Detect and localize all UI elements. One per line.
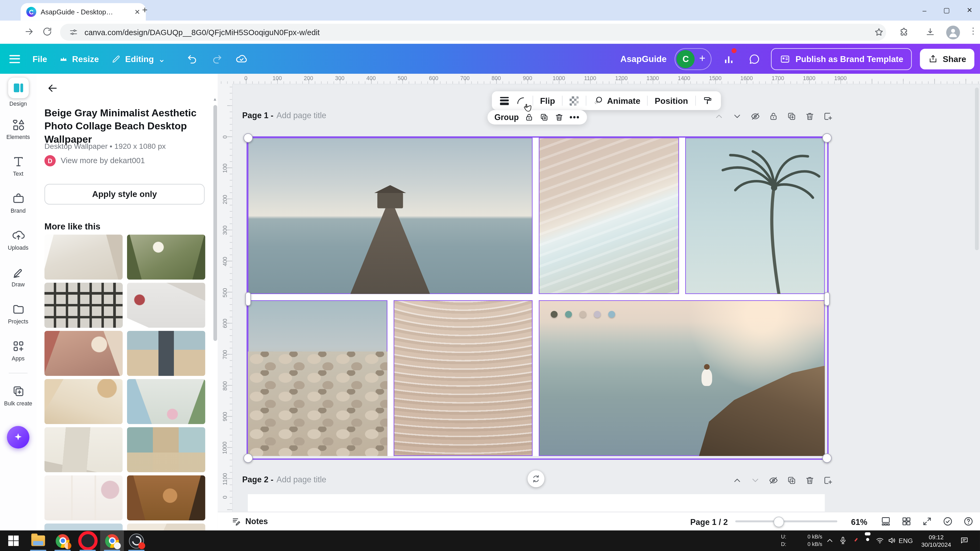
pebbles-photo[interactable] — [248, 300, 387, 456]
add-page-icon[interactable] — [823, 475, 833, 486]
taskbar-file-explorer[interactable] — [28, 530, 48, 551]
page1-canvas[interactable] — [248, 138, 825, 456]
move-page-down-icon[interactable] — [732, 111, 742, 121]
sea-foam-photo[interactable] — [539, 138, 679, 294]
template-thumbnail[interactable] — [45, 331, 123, 376]
taskbar-chrome-active[interactable] — [100, 530, 124, 551]
zoom-level[interactable]: 61% — [851, 517, 867, 527]
panel-scrollbar[interactable] — [213, 105, 217, 341]
sidebar-item-elements[interactable]: Elements — [0, 111, 36, 148]
apply-style-only-button[interactable]: Apply style only — [45, 184, 205, 205]
view-more-link[interactable]: View more by dekart001 — [61, 156, 145, 165]
palette-dot[interactable] — [608, 311, 615, 318]
start-button[interactable] — [8, 535, 19, 546]
main-menu-icon[interactable] — [9, 52, 20, 65]
tray-microphone[interactable] — [838, 536, 847, 545]
notes-button[interactable]: Notes — [231, 517, 268, 526]
fullscreen-button[interactable] — [922, 516, 932, 527]
network-speed-widget[interactable]: U:0 kB/s D:0 kB/s — [781, 534, 822, 548]
template-thumbnail[interactable] — [127, 475, 205, 520]
undo-button[interactable] — [187, 53, 199, 65]
grid-view-button[interactable] — [901, 516, 912, 527]
back-arrow-icon[interactable] — [46, 82, 59, 94]
page2-canvas[interactable] — [248, 494, 825, 511]
move-page-up-icon[interactable] — [714, 111, 724, 121]
palette-dot[interactable] — [565, 311, 572, 318]
move-page-up-icon[interactable] — [732, 475, 742, 486]
add-member-button[interactable]: + — [699, 52, 705, 65]
window-minimize-button[interactable]: – — [923, 7, 926, 14]
duplicate-icon[interactable] — [539, 113, 549, 122]
transparency-button[interactable] — [570, 96, 579, 105]
rotate-handle[interactable] — [528, 470, 544, 487]
editing-mode-dropdown[interactable]: Editing ⌄ — [111, 54, 165, 64]
window-close-button[interactable]: ✕ — [967, 6, 972, 14]
sidebar-item-apps[interactable]: Apps — [0, 332, 36, 369]
resize-handle-right[interactable] — [824, 292, 830, 306]
canva-assistant-button[interactable] — [7, 426, 30, 449]
window-maximize-button[interactable]: ▢ — [943, 6, 950, 14]
extensions-icon[interactable] — [899, 27, 909, 38]
sand-ripples-photo[interactable] — [394, 300, 533, 456]
canvas-scrollbar[interactable] — [975, 87, 978, 250]
template-thumbnail[interactable] — [45, 235, 123, 279]
file-menu[interactable]: File — [32, 54, 47, 64]
redo-button[interactable] — [211, 53, 223, 65]
sidebar-item-bulk-create[interactable]: Bulk create — [0, 377, 36, 414]
downloads-icon[interactable] — [925, 27, 935, 38]
browser-menu-icon[interactable]: ⋮ — [969, 25, 978, 36]
hide-page-icon[interactable] — [751, 111, 760, 121]
sidebar-item-brand[interactable]: Brand — [0, 184, 36, 221]
sidebar-item-text[interactable]: Text — [0, 148, 36, 185]
tray-volume[interactable] — [887, 536, 896, 545]
scroll-up-icon[interactable]: ▲ — [213, 97, 217, 101]
help-button[interactable] — [963, 516, 974, 527]
group-button[interactable]: Group — [494, 113, 519, 122]
template-thumbnail[interactable] — [45, 427, 123, 472]
reload-icon[interactable] — [42, 26, 52, 37]
page2-title-input[interactable]: Add page title — [277, 475, 326, 484]
taskbar-opera[interactable] — [78, 530, 97, 551]
add-page-icon[interactable] — [823, 111, 833, 121]
zoom-slider-track[interactable] — [735, 520, 837, 522]
palette-dot[interactable] — [594, 311, 601, 318]
tray-clock[interactable]: 09:12 30/10/2024 — [919, 534, 954, 548]
duplicate-page-icon[interactable] — [787, 111, 797, 121]
palm-tree-photo[interactable] — [685, 138, 825, 294]
more-options-button[interactable]: ••• — [570, 113, 580, 122]
taskbar-chrome-profile1[interactable] — [52, 530, 72, 551]
template-thumbnail[interactable] — [127, 379, 205, 424]
taskbar-obs[interactable] — [126, 530, 146, 551]
delete-page-icon[interactable] — [805, 475, 815, 486]
template-thumbnail[interactable] — [127, 331, 205, 376]
pages-view-button[interactable] — [880, 516, 891, 527]
template-thumbnail[interactable] — [127, 235, 205, 279]
copy-style-button[interactable] — [703, 96, 713, 106]
woman-on-cliff-photo[interactable] — [539, 300, 825, 456]
author-avatar[interactable]: D — [45, 155, 56, 167]
border-style-button[interactable] — [500, 95, 509, 106]
tray-wifi[interactable] — [876, 536, 885, 545]
flip-button[interactable]: Flip — [540, 96, 555, 105]
action-center-button[interactable] — [960, 536, 969, 545]
duplicate-page-icon[interactable] — [787, 475, 797, 486]
tray-language[interactable]: ENG — [899, 537, 913, 544]
hide-page-icon[interactable] — [768, 475, 779, 486]
palette-dot[interactable] — [579, 311, 586, 318]
template-thumbnail[interactable] — [127, 524, 205, 530]
template-thumbnail[interactable] — [45, 475, 123, 520]
zoom-slider-thumb[interactable] — [773, 517, 784, 527]
sidebar-item-draw[interactable]: Draw — [0, 259, 36, 295]
template-thumbnail[interactable] — [45, 524, 123, 530]
tray-expand-button[interactable] — [826, 536, 834, 545]
user-avatar[interactable]: C — [677, 50, 695, 68]
insights-button[interactable] — [720, 50, 737, 68]
site-settings-icon[interactable] — [69, 27, 78, 37]
template-thumbnail[interactable] — [127, 283, 205, 328]
delete-icon[interactable] — [554, 113, 564, 122]
browser-profile-avatar[interactable] — [946, 25, 960, 40]
bookmark-star-icon[interactable] — [873, 27, 884, 38]
template-thumbnail[interactable] — [45, 283, 123, 328]
browser-tab[interactable]: C AsapGuide - Desktop Wallpaper ✕ — [21, 3, 146, 21]
sidebar-item-uploads[interactable]: Uploads — [0, 221, 36, 259]
